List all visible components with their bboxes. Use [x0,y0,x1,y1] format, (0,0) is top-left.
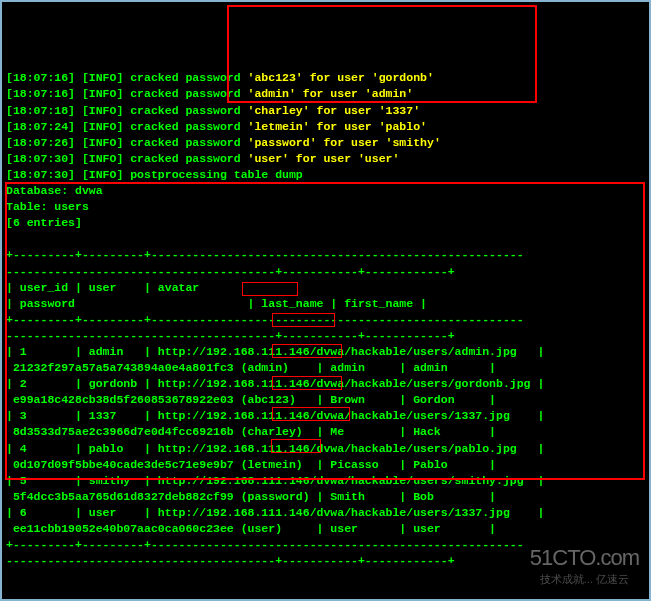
table-line: ee11cbb19052e40b07aac0ca060c23ee (user) … [6,521,645,537]
log-line: [18:07:24] [INFO] cracked password 'letm… [6,119,645,135]
table-line: +---------+---------+-------------------… [6,247,645,263]
log-line: [6 entries] [6,215,645,231]
table-line: 8d3533d75ae2c3966d7e0d4fcc69216b (charle… [6,424,645,440]
log-line: Database: dvwa [6,183,645,199]
table-line: ---------------------------------------+… [6,328,645,344]
table-line: | 6 | user | http://192.168.111.146/dvwa… [6,505,645,521]
table-line: +---------+---------+-------------------… [6,537,645,553]
table-line: 5f4dcc3b5aa765d61d8327deb882cf99 (passwo… [6,489,645,505]
log-line: [18:07:30] [INFO] postprocessing table d… [6,167,645,183]
table-line: | user_id | user | avatar [6,280,645,296]
table-line: | 3 | 1337 | http://192.168.111.146/dvwa… [6,408,645,424]
table-line: | password | last_name | first_name | [6,296,645,312]
log-line: [18:07:16] [INFO] cracked password 'abc1… [6,70,645,86]
log-line: [18:07:16] [INFO] cracked password 'admi… [6,86,645,102]
table-line: | 1 | admin | http://192.168.111.146/dvw… [6,344,645,360]
blank-line [6,585,645,601]
cracked-passwords-block: [18:07:16] [INFO] cracked password 'abc1… [6,70,645,231]
table-line: ---------------------------------------+… [6,264,645,280]
users-table-block: +---------+---------+-------------------… [6,247,645,569]
log-line: [18:07:30] [INFO] cracked password 'user… [6,151,645,167]
table-line: | 4 | pablo | http://192.168.111.146/dvw… [6,441,645,457]
log-line: [18:07:26] [INFO] cracked password 'pass… [6,135,645,151]
table-line: ---------------------------------------+… [6,553,645,569]
table-line: | 2 | gordonb | http://192.168.111.146/d… [6,376,645,392]
table-line: | 5 | smithy | http://192.168.111.146/dv… [6,473,645,489]
table-line: 0d107d09f5bbe40cade3de5c71e9e9b7 (letmei… [6,457,645,473]
log-line: Table: users [6,199,645,215]
table-line: 21232f297a57a5a743894a0e4a801fc3 (admin)… [6,360,645,376]
table-line: +---------+---------+-------------------… [6,312,645,328]
log-line: [18:07:18] [INFO] cracked password 'char… [6,103,645,119]
table-line: e99a18c428cb38d5f260853678922e03 (abc123… [6,392,645,408]
